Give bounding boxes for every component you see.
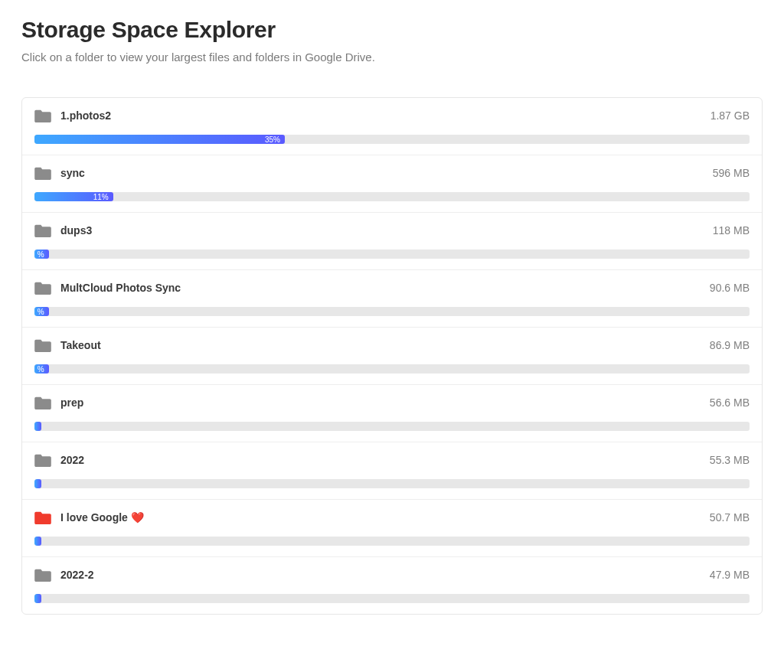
folder-icon — [34, 109, 51, 122]
folder-row[interactable]: MultCloud Photos Sync90.6 MB% — [22, 270, 762, 328]
usage-bar — [34, 594, 750, 603]
folder-name: sync — [60, 167, 704, 179]
folder-icon — [34, 166, 51, 180]
folder-icon — [34, 568, 51, 582]
folder-row[interactable]: sync596 MB11% — [22, 155, 762, 213]
folder-row[interactable]: 202255.3 MB — [22, 442, 762, 500]
folder-name: dups3 — [60, 224, 704, 237]
folder-icon — [34, 453, 51, 467]
folder-list: 1.photos21.87 GB35%sync596 MB11%dups3118… — [21, 97, 763, 615]
folder-icon — [34, 511, 51, 524]
folder-name: I love Google ❤️ — [60, 511, 701, 524]
folder-size: 1.87 GB — [710, 109, 750, 122]
folder-size: 86.9 MB — [710, 339, 750, 351]
folder-icon — [34, 396, 51, 409]
usage-bar: % — [34, 364, 750, 374]
folder-size: 55.3 MB — [710, 454, 750, 466]
page-title: Storage Space Explorer — [21, 17, 763, 43]
usage-bar: 11% — [34, 192, 750, 201]
folder-icon — [34, 223, 51, 237]
usage-bar: 35% — [34, 135, 750, 144]
usage-bar-label: % — [36, 308, 46, 316]
folder-name: prep — [60, 396, 701, 409]
folder-row[interactable]: Takeout86.9 MB% — [22, 328, 762, 385]
folder-name: Takeout — [60, 339, 701, 351]
folder-name: 2022 — [60, 454, 701, 466]
usage-bar — [34, 422, 750, 431]
folder-name: MultCloud Photos Sync — [60, 282, 701, 294]
usage-bar-label: % — [36, 250, 46, 259]
folder-size: 50.7 MB — [710, 511, 750, 524]
folder-row[interactable]: prep56.6 MB — [22, 385, 762, 442]
usage-bar: % — [34, 250, 750, 259]
usage-bar-label: 35% — [263, 135, 282, 144]
folder-icon — [34, 338, 51, 352]
usage-bar: % — [34, 307, 750, 316]
folder-size: 596 MB — [713, 167, 750, 179]
usage-bar — [34, 479, 750, 488]
folder-name: 2022-2 — [60, 569, 701, 581]
folder-name: 1.photos2 — [60, 109, 701, 122]
folder-row[interactable]: 2022-247.9 MB — [22, 557, 762, 614]
page-subtitle: Click on a folder to view your largest f… — [21, 51, 763, 64]
usage-bar-label: % — [36, 365, 46, 374]
usage-bar — [34, 537, 750, 546]
folder-size: 118 MB — [713, 224, 750, 237]
folder-size: 56.6 MB — [710, 396, 750, 409]
folder-row[interactable]: I love Google ❤️50.7 MB — [22, 500, 762, 557]
folder-size: 47.9 MB — [710, 569, 750, 581]
usage-bar-label: 11% — [92, 193, 110, 201]
folder-icon — [34, 281, 51, 295]
folder-row[interactable]: 1.photos21.87 GB35% — [22, 98, 762, 155]
folder-size: 90.6 MB — [710, 282, 750, 294]
folder-row[interactable]: dups3118 MB% — [22, 213, 762, 270]
